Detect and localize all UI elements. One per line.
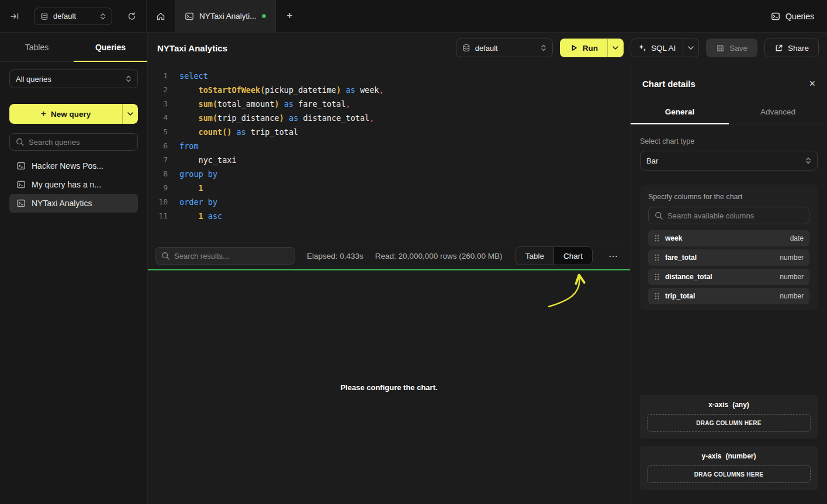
results-search-input[interactable] bbox=[174, 252, 289, 260]
y-axis-label: y-axis bbox=[701, 452, 721, 460]
x-axis-dropzone[interactable]: DRAG COLUMN HERE bbox=[647, 414, 811, 432]
new-tab-button[interactable]: + bbox=[276, 0, 304, 32]
drag-handle-icon[interactable] bbox=[654, 253, 660, 262]
code-line: 1select bbox=[148, 69, 630, 83]
chart-type-select[interactable]: Bar bbox=[640, 151, 818, 171]
sql-editor[interactable]: 1select2 toStartOfWeek(pickup_datetime) … bbox=[148, 63, 630, 242]
chevron-down-icon bbox=[688, 46, 694, 50]
query-search-input[interactable] bbox=[29, 138, 132, 147]
column-row[interactable]: distance_total number bbox=[648, 269, 809, 285]
code-line: 9 1 bbox=[148, 181, 630, 195]
x-axis-card: x-axis (any) DRAG COLUMN HERE bbox=[640, 395, 818, 439]
panel-tab-general[interactable]: General bbox=[631, 99, 729, 124]
line-number: 6 bbox=[148, 139, 168, 153]
query-list-item[interactable]: NYTaxi Analytics bbox=[9, 194, 138, 213]
line-number: 2 bbox=[148, 83, 168, 97]
queries-button[interactable]: Queries bbox=[758, 0, 827, 32]
query-filter-select[interactable]: All queries bbox=[9, 69, 138, 88]
new-query-dropdown-button[interactable] bbox=[123, 104, 138, 124]
save-icon bbox=[716, 44, 725, 53]
query-search[interactable] bbox=[9, 133, 138, 151]
line-number: 7 bbox=[148, 153, 168, 167]
database-icon bbox=[40, 12, 49, 20]
columns-search-input[interactable] bbox=[667, 211, 803, 220]
panel-title: Chart details bbox=[642, 79, 695, 89]
queries-icon bbox=[771, 12, 780, 21]
sql-ai-dropdown-button[interactable] bbox=[683, 39, 698, 57]
refresh-icon bbox=[127, 12, 136, 20]
code-line: 11 1 asc bbox=[148, 209, 630, 223]
columns-section-label: Specify columns for the chart bbox=[648, 193, 809, 201]
plus-icon: + bbox=[41, 109, 46, 119]
code-line: 3 sum(total_amount) as fare_total, bbox=[148, 97, 630, 111]
column-row[interactable]: fare_total number bbox=[648, 249, 809, 266]
topbar: default NYTaxi Analyti... + bbox=[0, 0, 827, 33]
column-name: trip_total bbox=[665, 292, 695, 300]
search-icon bbox=[161, 252, 169, 260]
line-number: 10 bbox=[148, 195, 168, 209]
chart-type-value: Bar bbox=[646, 157, 801, 165]
run-button-label: Run bbox=[583, 44, 598, 53]
sidebar-tab-tables-label: Tables bbox=[25, 43, 49, 52]
home-tab[interactable] bbox=[147, 0, 175, 32]
code-line: 10order by bbox=[148, 195, 630, 209]
y-axis-type: (number) bbox=[726, 452, 756, 460]
column-row[interactable]: trip_total number bbox=[648, 288, 809, 304]
columns-search[interactable] bbox=[648, 207, 809, 224]
view-toggle-chart[interactable]: Chart bbox=[553, 247, 592, 265]
y-axis-dropzone[interactable]: DRAG COLUMNS HERE bbox=[647, 465, 811, 483]
panel-body: Select chart type Bar Specify columns fo… bbox=[631, 124, 827, 504]
query-item-label: Hacker News Pos... bbox=[32, 161, 103, 171]
results-toolbar: Elapsed: 0.433s Read: 20,000,000 rows (2… bbox=[148, 242, 630, 269]
column-name: distance_total bbox=[665, 273, 712, 281]
query-icon bbox=[16, 180, 26, 189]
search-icon bbox=[16, 138, 24, 146]
view-toggle-table[interactable]: Table bbox=[516, 247, 553, 265]
drag-handle-icon[interactable] bbox=[654, 234, 660, 242]
column-row[interactable]: week date bbox=[648, 230, 809, 246]
save-button-label: Save bbox=[729, 44, 748, 53]
query-list-item[interactable]: My query has a n... bbox=[9, 175, 138, 194]
drag-handle-icon[interactable] bbox=[654, 292, 660, 300]
topbar-database-select[interactable]: default bbox=[34, 8, 112, 25]
results-search[interactable] bbox=[155, 247, 295, 265]
elapsed-time: Elapsed: 0.433s bbox=[307, 252, 364, 260]
chevron-down-icon bbox=[127, 112, 133, 116]
chart-details-panel: Chart details × General Advanced Select … bbox=[630, 63, 827, 504]
tab-strip: NYTaxi Analyti... + bbox=[146, 0, 304, 32]
header-database-value: default bbox=[475, 44, 536, 53]
more-options-button[interactable]: ⋯ bbox=[604, 246, 622, 265]
run-dropdown-button[interactable] bbox=[608, 39, 623, 57]
header-database-select[interactable]: default bbox=[456, 39, 553, 57]
queries-button-label: Queries bbox=[786, 12, 814, 21]
sidebar-tab-tables[interactable]: Tables bbox=[0, 33, 74, 61]
run-button[interactable]: Run bbox=[560, 39, 624, 57]
topbar-database-value: default bbox=[53, 12, 95, 20]
query-list-item[interactable]: Hacker News Pos... bbox=[9, 157, 138, 175]
sql-ai-main[interactable]: SQL AI bbox=[631, 39, 683, 57]
share-button[interactable]: Share bbox=[764, 39, 819, 57]
share-icon bbox=[774, 44, 783, 53]
collapse-sidebar-button[interactable] bbox=[7, 9, 22, 24]
sidebar-tab-queries[interactable]: Queries bbox=[74, 33, 147, 61]
code-line: 7 nyc_taxi bbox=[148, 153, 630, 167]
save-button[interactable]: Save bbox=[706, 39, 757, 57]
query-item-label: My query has a n... bbox=[32, 180, 101, 189]
query-icon bbox=[16, 161, 26, 171]
sql-ai-button[interactable]: SQL AI bbox=[631, 39, 699, 57]
code-line: 8group by bbox=[148, 167, 630, 181]
panel-tab-advanced[interactable]: Advanced bbox=[729, 99, 827, 124]
query-item-label: NYTaxi Analytics bbox=[32, 199, 92, 208]
code-line: 2 toStartOfWeek(pickup_datetime) as week… bbox=[148, 83, 630, 97]
refresh-button[interactable] bbox=[124, 9, 139, 24]
run-button-main[interactable]: Run bbox=[560, 39, 607, 57]
column-type: number bbox=[780, 273, 804, 281]
x-axis-label: x-axis bbox=[708, 401, 728, 409]
close-icon[interactable]: × bbox=[809, 78, 815, 89]
new-query-main[interactable]: + New query bbox=[9, 104, 122, 124]
drag-handle-icon[interactable] bbox=[654, 273, 660, 281]
code-line: 6from bbox=[148, 139, 630, 153]
share-button-label: Share bbox=[788, 44, 809, 53]
new-query-button[interactable]: + New query bbox=[9, 104, 138, 124]
tab-nytaxi-analytics[interactable]: NYTaxi Analyti... bbox=[175, 0, 276, 32]
